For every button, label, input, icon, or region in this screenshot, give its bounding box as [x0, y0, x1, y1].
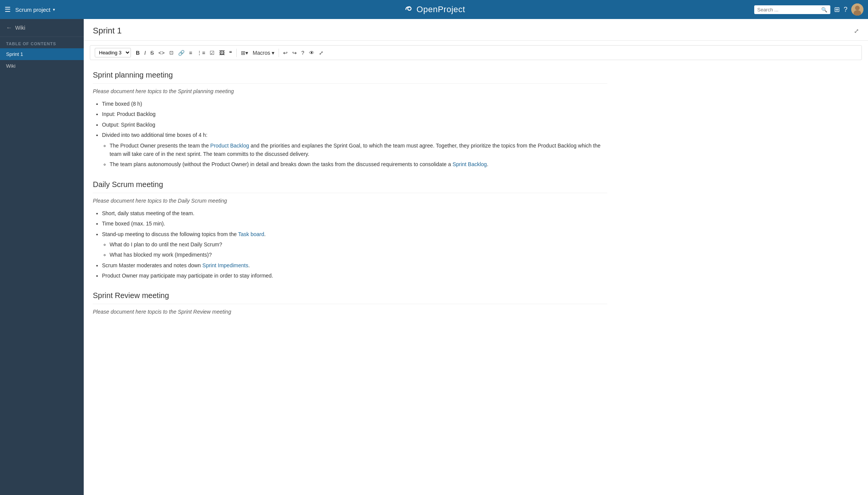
sidebar-item-sprint1-label: Sprint 1 [6, 51, 23, 57]
logo-svg-icon [403, 4, 414, 15]
project-name-label: Scrum project [15, 6, 51, 13]
code-inline-button[interactable]: <> [156, 48, 166, 57]
sidebar: ← Wiki TABLE OF CONTENTS Sprint 1 Wiki [0, 19, 84, 495]
sidebar-back-label: Wiki [15, 25, 25, 31]
section-title-sprint-review: Sprint Review meeting [93, 285, 607, 304]
image-button[interactable]: 🖼 [217, 48, 226, 57]
daily-scrum-list: Short, daily status meeting of the team.… [93, 209, 607, 280]
search-box[interactable]: 🔍 [754, 5, 830, 14]
wiki-body: Sprint planning meeting Please document … [84, 65, 616, 335]
sidebar-item-wiki-label: Wiki [6, 63, 16, 69]
section-intro-sprint-review: Please document here topcis to the Sprin… [93, 309, 607, 315]
app-name-label: OpenProject [417, 5, 465, 14]
sidebar-item-sprint1[interactable]: Sprint 1 [0, 48, 84, 60]
list-item: Short, daily status meeting of the team. [102, 209, 607, 217]
project-caret-icon: ▾ [53, 7, 55, 12]
svg-point-0 [409, 6, 410, 8]
page-header: Sprint 1 ⤢ [84, 19, 868, 41]
strikethrough-button[interactable]: S [148, 48, 156, 57]
list-item: What has blocked my work (Impediments)? [110, 251, 607, 259]
list-item: Time boxed (8 h) [102, 100, 607, 108]
section-title-daily-scrum: Daily Scrum meeting [93, 174, 607, 193]
toolbar-separator-1 [236, 49, 237, 57]
list-item: Product Owner may participate may partic… [102, 271, 607, 280]
help-icon[interactable]: ? [844, 6, 847, 14]
sidebar-back-link[interactable]: ← Wiki [0, 19, 84, 37]
expand-icon[interactable]: ⤢ [854, 27, 859, 35]
list-item: The team plans autonomously (without the… [110, 160, 607, 168]
list-item: Stand-up meeting to discuss the followin… [102, 230, 607, 259]
page-title: Sprint 1 [93, 26, 122, 36]
product-backlog-link[interactable]: Product Backlog [210, 143, 249, 149]
italic-button[interactable]: I [142, 48, 148, 57]
list-item: Divided into two additional time boxes o… [102, 131, 607, 169]
toolbar-separator-2 [279, 49, 279, 57]
search-icon: 🔍 [821, 7, 827, 13]
daily-scrum-sublist: What do I plan to do until the next Dail… [102, 240, 607, 259]
macros-button[interactable]: Macros ▾ [251, 48, 276, 57]
link-button[interactable]: 🔗 [176, 48, 186, 57]
grid-icon[interactable]: ⊞ [834, 5, 840, 14]
task-list-button[interactable]: ☑ [208, 48, 217, 57]
sprint-planning-list: Time boxed (8 h) Input: Product Backlog … [93, 100, 607, 169]
list-item: Time boxed (max. 15 min). [102, 219, 607, 228]
help-toolbar-button[interactable]: ? [299, 48, 306, 57]
sidebar-item-wiki[interactable]: Wiki [0, 60, 84, 72]
back-arrow-icon: ← [6, 24, 12, 31]
list-item: The Product Owner presents the team the … [110, 141, 607, 159]
main-layout: ← Wiki TABLE OF CONTENTS Sprint 1 Wiki S… [0, 19, 868, 495]
toc-label: TABLE OF CONTENTS [0, 37, 84, 48]
preview-button[interactable]: 👁 [307, 48, 316, 57]
search-input[interactable] [757, 7, 819, 13]
section-intro-daily-scrum: Please document here topics to the Daily… [93, 198, 607, 204]
redo-button[interactable]: ↪ [290, 48, 299, 57]
list-item: Input: Product Backlog [102, 110, 607, 118]
main-content: Sprint 1 ⤢ Heading 3 Heading 1 Heading 2… [84, 19, 868, 495]
fullscreen-button[interactable]: ⤢ [317, 48, 325, 57]
top-right-actions: 🔍 ⊞ ? [754, 3, 863, 16]
bold-button[interactable]: B [134, 48, 142, 57]
table-button[interactable]: ⊞▾ [239, 48, 250, 57]
menu-hamburger-icon[interactable]: ☰ [5, 5, 11, 14]
bullet-list-button[interactable]: ≡ [187, 48, 194, 57]
quote-button[interactable]: ❝ [227, 48, 234, 57]
task-board-link[interactable]: Task board [238, 231, 264, 237]
avatar[interactable] [851, 3, 863, 16]
undo-button[interactable]: ↩ [281, 48, 290, 57]
sprint-backlog-link[interactable]: Sprint Backlog [452, 161, 487, 167]
heading-select[interactable]: Heading 3 Heading 1 Heading 2 Paragraph [95, 48, 131, 57]
svg-point-2 [855, 6, 860, 10]
ordered-list-button[interactable]: ⋮≡ [195, 48, 207, 57]
list-item: Scrum Master moderates and notes down Sp… [102, 261, 607, 270]
app-logo: OpenProject [403, 4, 465, 15]
project-name[interactable]: Scrum project ▾ [15, 6, 55, 13]
list-item: Output: Sprint Backlog [102, 121, 607, 129]
list-item: What do I plan to do until the next Dail… [110, 240, 607, 249]
editor-toolbar: Heading 3 Heading 1 Heading 2 Paragraph … [90, 45, 862, 60]
sprint-planning-sublist: The Product Owner presents the team the … [102, 141, 607, 169]
code-block-button[interactable]: ⊡ [167, 48, 175, 57]
section-intro-sprint-planning: Please document here topics to the Sprin… [93, 88, 607, 94]
section-title-sprint-planning: Sprint planning meeting [93, 65, 607, 84]
top-navigation: ☰ Scrum project ▾ OpenProject 🔍 ⊞ ? [0, 0, 868, 19]
sprint-impediments-link[interactable]: Sprint Impediments [202, 262, 248, 268]
